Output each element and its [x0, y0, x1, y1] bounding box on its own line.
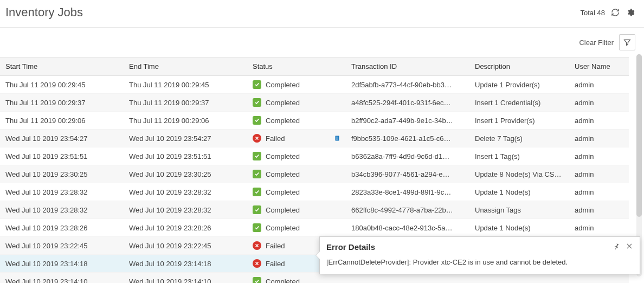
refresh-icon[interactable] — [610, 8, 620, 17]
cell-start-time: Wed Jul 10 2019 23:28:32 — [0, 201, 124, 219]
cell-user-name: admin — [569, 201, 629, 219]
cell-description: Insert 1 Credential(s) — [469, 94, 569, 112]
status-label: Completed — [266, 278, 300, 284]
table-row[interactable]: Wed Jul 10 2019 23:54:27Wed Jul 10 2019 … — [0, 130, 629, 147]
status-label: Completed — [266, 206, 300, 214]
table-row[interactable]: Wed Jul 10 2019 23:28:26Wed Jul 10 2019 … — [0, 219, 629, 237]
cell-transaction-id: 2823a33e-8ce1-499d-89f1-9c… — [346, 183, 469, 201]
cell-end-time: Wed Jul 10 2019 23:28:32 — [124, 183, 247, 201]
status-label: Completed — [266, 170, 300, 178]
cell-end-time: Wed Jul 10 2019 23:14:18 — [124, 255, 247, 273]
svg-rect-1 — [336, 137, 338, 138]
status-label: Failed — [266, 242, 285, 250]
cell-end-time: Wed Jul 10 2019 23:22:45 — [124, 237, 247, 255]
table-row[interactable]: Wed Jul 10 2019 23:51:51Wed Jul 10 2019 … — [0, 147, 629, 165]
cell-end-time: Wed Jul 10 2019 23:28:26 — [124, 219, 247, 237]
cell-end-time: Thu Jul 11 2019 00:29:45 — [124, 76, 247, 94]
cell-user-name: admin — [569, 94, 629, 112]
cell-start-time: Thu Jul 11 2019 00:29:45 — [0, 76, 124, 94]
cell-transaction-id: a48fc525-294f-401c-931f-6ec… — [346, 94, 469, 112]
scrollbar-thumb[interactable] — [636, 54, 642, 217]
status-completed-icon — [253, 170, 261, 178]
error-details-tooltip: Error Details [ErrCannotDeleteProvider]:… — [319, 236, 640, 274]
status-label: Completed — [266, 81, 300, 89]
cell-user-name: admin — [569, 165, 629, 183]
cell-description: Delete 7 Tag(s) — [469, 130, 569, 147]
cell-start-time: Wed Jul 10 2019 23:14:10 — [0, 273, 124, 284]
gear-icon[interactable] — [626, 8, 635, 17]
cell-description: Update 1 Node(s) — [469, 183, 569, 201]
tooltip-message: [ErrCannotDeleteProvider]: Provider xtc-… — [320, 255, 640, 274]
cell-transaction-id: b2ff90c2-ada7-449b-9e1c-34b… — [346, 112, 469, 130]
cell-description: Update 1 Node(s) — [469, 219, 569, 237]
cell-start-time: Wed Jul 10 2019 23:28:26 — [0, 219, 124, 237]
svg-rect-3 — [336, 139, 338, 140]
cell-user-name: admin — [569, 147, 629, 165]
table-row[interactable]: Thu Jul 11 2019 00:29:37Thu Jul 11 2019 … — [0, 94, 629, 112]
cell-end-time: Wed Jul 10 2019 23:51:51 — [124, 147, 247, 165]
cell-transaction-id: 662ffc8c-4992-4778-a7ba-22b… — [346, 201, 469, 219]
cell-start-time: Wed Jul 10 2019 23:14:18 — [0, 255, 124, 273]
cell-transaction-id: f9bbc535-109e-4621-a1c5-c6… — [346, 130, 469, 147]
pin-icon[interactable] — [613, 242, 620, 252]
clear-filter-link[interactable]: Clear Filter — [579, 38, 614, 47]
status-completed-icon — [253, 223, 261, 232]
col-header-end-time[interactable]: End Time — [124, 57, 247, 76]
cell-description: Insert 1 Tag(s) — [469, 147, 569, 165]
cell-user-name: admin — [569, 130, 629, 147]
table-row[interactable]: Wed Jul 10 2019 23:30:25Wed Jul 10 2019 … — [0, 165, 629, 183]
cell-end-time: Wed Jul 10 2019 23:14:10 — [124, 273, 247, 284]
cell-status: Completed — [247, 183, 346, 201]
status-failed-icon — [253, 259, 261, 268]
cell-status: Completed — [247, 147, 346, 165]
col-header-description[interactable]: Description — [469, 57, 569, 76]
status-completed-icon — [253, 277, 261, 283]
cell-transaction-id: b6362a8a-7ff9-4d9d-9c6d-d1… — [346, 147, 469, 165]
col-header-transaction-id[interactable]: Transaction ID — [346, 57, 469, 76]
table-row[interactable]: Thu Jul 11 2019 00:29:06Thu Jul 11 2019 … — [0, 112, 629, 130]
cell-status: Completed — [247, 219, 346, 237]
cell-status: Completed — [247, 94, 346, 112]
header-actions: Total 48 — [580, 8, 635, 17]
tooltip-title: Error Details — [326, 242, 613, 252]
details-icon[interactable] — [334, 134, 340, 142]
toolbar: Clear Filter — [0, 28, 644, 57]
col-header-status[interactable]: Status — [247, 57, 346, 76]
cell-description: Update 1 Provider(s) — [469, 76, 569, 94]
cell-user-name: admin — [569, 112, 629, 130]
status-label: Failed — [266, 260, 285, 268]
page-title: Inventory Jobs — [5, 5, 83, 20]
status-label: Completed — [266, 224, 300, 232]
table-row[interactable]: Thu Jul 11 2019 00:29:45Thu Jul 11 2019 … — [0, 76, 629, 94]
status-label: Completed — [266, 99, 300, 107]
cell-status: Failed — [247, 130, 346, 147]
status-completed-icon — [253, 188, 261, 196]
cell-transaction-id: b34cb396-9077-4561-a294-e… — [346, 165, 469, 183]
table-row[interactable]: Wed Jul 10 2019 23:28:32Wed Jul 10 2019 … — [0, 183, 629, 201]
total-count-label: Total 48 — [580, 9, 605, 17]
cell-description: Insert 1 Provider(s) — [469, 112, 569, 130]
cell-user-name: admin — [569, 76, 629, 94]
tooltip-header: Error Details — [320, 237, 640, 255]
cell-end-time: Thu Jul 11 2019 00:29:06 — [124, 112, 247, 130]
cell-start-time: Wed Jul 10 2019 23:30:25 — [0, 165, 124, 183]
col-header-user-name[interactable]: User Name — [569, 57, 629, 76]
table-row[interactable]: Wed Jul 10 2019 23:28:32Wed Jul 10 2019 … — [0, 201, 629, 219]
cell-start-time: Wed Jul 10 2019 23:51:51 — [0, 147, 124, 165]
status-label: Completed — [266, 188, 300, 196]
cell-end-time: Thu Jul 11 2019 00:29:37 — [124, 94, 247, 112]
cell-start-time: Wed Jul 10 2019 23:54:27 — [0, 130, 124, 147]
cell-start-time: Thu Jul 11 2019 00:29:37 — [0, 94, 124, 112]
svg-rect-2 — [336, 138, 338, 139]
col-header-start-time[interactable]: Start Time — [0, 57, 124, 76]
close-icon[interactable] — [626, 242, 633, 252]
cell-description: Update 8 Node(s) Via CS… — [469, 165, 569, 183]
cell-status: Completed — [247, 112, 346, 130]
cell-transaction-id: 2df5abfb-a773-44cf-90eb-bb3… — [346, 76, 469, 94]
filter-button[interactable] — [619, 34, 635, 50]
status-failed-icon — [253, 241, 261, 250]
cell-end-time: Wed Jul 10 2019 23:28:32 — [124, 201, 247, 219]
cell-end-time: Wed Jul 10 2019 23:30:25 — [124, 165, 247, 183]
status-completed-icon — [253, 116, 261, 125]
cell-transaction-id: 180a0b48-cacc-48e2-913c-5a… — [346, 219, 469, 237]
